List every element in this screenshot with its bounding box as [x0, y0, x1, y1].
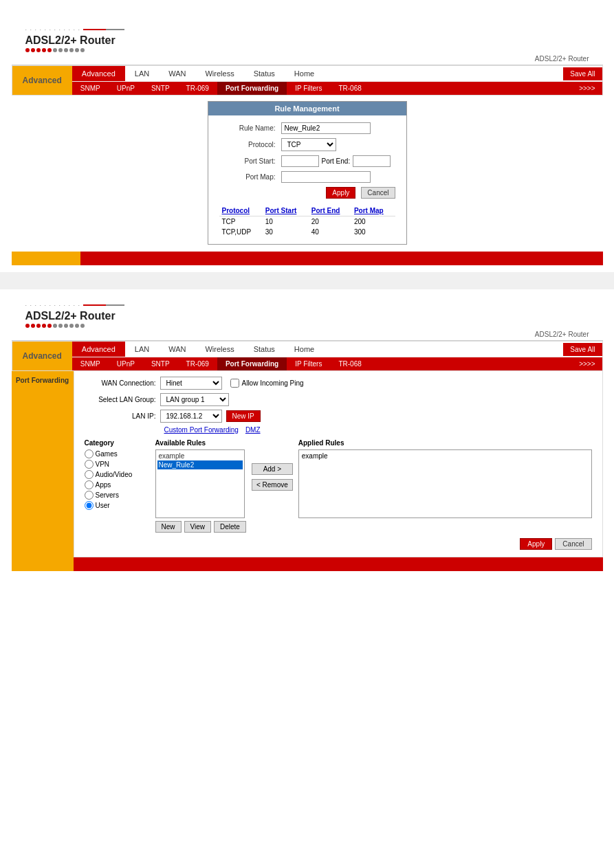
list-item[interactable]: New_Rule2	[157, 460, 243, 469]
nav2-tr068[interactable]: TR-068	[330, 357, 369, 370]
port-start-input[interactable]	[281, 155, 319, 167]
footer-bar-1	[12, 252, 603, 265]
dmz-link[interactable]: DMZ	[245, 426, 261, 434]
nav-bar-1: Advanced Advanced LAN WAN Wireless Statu…	[12, 65, 603, 96]
pf-apply-button[interactable]: Apply	[520, 538, 552, 550]
custom-port-forwarding-link[interactable]: Custom Port Forwarding	[164, 426, 239, 434]
category-servers[interactable]: Servers	[85, 491, 150, 500]
col-port-end: Port End	[309, 205, 351, 216]
advanced-sidebar-tab: Advanced	[12, 66, 72, 95]
lan-ip-select[interactable]: 192.168.1.2	[160, 410, 222, 423]
nav-status[interactable]: Status	[244, 66, 285, 81]
available-rules-section: Available Rules example New_Rule2 New Vi…	[155, 439, 246, 533]
nav2-snmp[interactable]: SNMP	[72, 357, 109, 370]
delete-rule-button[interactable]: Delete	[214, 521, 246, 533]
nav2-ip-filters[interactable]: IP Filters	[287, 357, 330, 370]
category-section: Category Games VPN Audio/Video Apps	[85, 439, 150, 511]
allow-incoming-ping-label: Allow Incoming Ping	[242, 379, 304, 387]
wan-connection-label: WAN Connection:	[85, 379, 160, 387]
nav-tr069-1[interactable]: TR-069	[178, 82, 217, 95]
nav2-wan[interactable]: WAN	[159, 342, 195, 357]
rule-management-box: Rule Management Rule Name: Protocol: TCP…	[208, 101, 407, 245]
nav2-home[interactable]: Home	[285, 342, 324, 357]
nav-snmp-1[interactable]: SNMP	[72, 82, 109, 95]
lan-group-select[interactable]: LAN group 1	[160, 393, 229, 406]
protocol-select[interactable]: TCP UDP TCP,UDP	[281, 138, 336, 151]
port-end-input[interactable]	[353, 155, 391, 167]
category-title: Category	[85, 439, 150, 447]
router-label-1: ADSL2/2+ Router	[12, 55, 603, 65]
add-remove-section: Add > < Remove	[252, 463, 293, 491]
nav-wireless[interactable]: Wireless	[195, 66, 243, 81]
category-apps[interactable]: Apps	[85, 480, 150, 489]
logo-title-2: ADSL2/2+ Router	[25, 310, 589, 322]
nav-lan[interactable]: LAN	[125, 66, 159, 81]
category-audiovideo[interactable]: Audio/Video	[85, 470, 150, 479]
nav-tr068-1[interactable]: TR-068	[330, 82, 369, 95]
nav-sntp-1[interactable]: SNTP	[143, 82, 178, 95]
col-port-map: Port Map	[351, 205, 395, 216]
protocol-label: Protocol:	[219, 141, 281, 148]
save-all-button-1[interactable]: Save All	[563, 67, 602, 80]
router-label-2: ADSL2/2+ Router	[12, 331, 603, 341]
port-map-label: Port Map:	[219, 173, 281, 181]
nav-home[interactable]: Home	[285, 66, 324, 81]
nav2-tr069[interactable]: TR-069	[178, 357, 217, 370]
applied-rules-section: Applied Rules example	[298, 439, 592, 518]
rule-cancel-button[interactable]: Cancel	[361, 187, 395, 199]
rule-mgmt-title: Rule Management	[208, 102, 406, 115]
rule-name-label: Rule Name:	[219, 124, 281, 132]
nav-advanced[interactable]: Advanced	[72, 66, 125, 81]
nav2-advanced[interactable]: Advanced	[72, 342, 125, 357]
add-rule-button[interactable]: Add >	[252, 463, 293, 475]
rule-table: Protocol Port Start Port End Port Map TC…	[219, 205, 395, 237]
lan-ip-label: LAN IP:	[85, 412, 160, 420]
nav-arrows-1[interactable]: >>>>	[572, 82, 602, 95]
new-ip-button[interactable]: New IP	[226, 410, 261, 422]
nav2-status[interactable]: Status	[244, 342, 285, 357]
rule-apply-button[interactable]: Apply	[326, 187, 355, 199]
available-rules-title: Available Rules	[155, 439, 246, 447]
table-row: TCP,UDP 30 40 300	[219, 227, 395, 237]
apply-cancel-row: Apply Cancel	[85, 533, 592, 551]
port-end-label: Port End:	[319, 157, 353, 165]
nav2-wireless[interactable]: Wireless	[195, 342, 243, 357]
logo-title: ADSL2/2+ Router	[25, 34, 589, 47]
category-games[interactable]: Games	[85, 449, 150, 458]
table-row: TCP 10 20 200	[219, 216, 395, 227]
lan-group-label: Select LAN Group:	[85, 396, 160, 403]
allow-incoming-ping-checkbox[interactable]	[230, 379, 239, 388]
nav2-port-forwarding[interactable]: Port Forwarding	[217, 357, 287, 370]
wan-connection-select[interactable]: Hinet	[160, 377, 222, 390]
advanced-sidebar-tab-2: Advanced	[12, 342, 72, 370]
port-start-label: Port Start:	[219, 157, 281, 165]
col-port-start: Port Start	[263, 205, 309, 216]
port-forwarding-sidebar: Port Forwarding	[12, 371, 74, 557]
new-rule-button[interactable]: New	[155, 521, 182, 533]
nav2-upnp[interactable]: UPnP	[109, 357, 143, 370]
nav-bar-2: Advanced Advanced LAN WAN Wireless Statu…	[12, 341, 603, 371]
save-all-button-2[interactable]: Save All	[563, 343, 602, 356]
remove-rule-button[interactable]: < Remove	[252, 479, 293, 491]
pf-cancel-button[interactable]: Cancel	[555, 538, 591, 550]
col-protocol: Protocol	[219, 205, 263, 216]
nav2-sntp[interactable]: SNTP	[143, 357, 178, 370]
nav2-lan[interactable]: LAN	[125, 342, 159, 357]
applied-rules-title: Applied Rules	[298, 439, 592, 447]
view-rule-button[interactable]: View	[184, 521, 212, 533]
category-user[interactable]: User	[85, 501, 150, 510]
rule-name-input[interactable]	[281, 122, 371, 134]
nav2-arrows[interactable]: >>>>	[572, 357, 602, 370]
nav-ip-filters-1[interactable]: IP Filters	[287, 82, 330, 95]
list-item[interactable]: example	[300, 452, 590, 460]
category-vpn[interactable]: VPN	[85, 460, 150, 469]
port-map-input[interactable]	[281, 171, 371, 183]
applied-rules-list: example	[298, 449, 592, 518]
nav-wan[interactable]: WAN	[159, 66, 195, 81]
nav-upnp-1[interactable]: UPnP	[109, 82, 143, 95]
list-item[interactable]: example	[157, 452, 243, 460]
available-rules-list: example New_Rule2	[155, 449, 245, 518]
footer-bar-2	[12, 557, 603, 571]
nav-port-forwarding-1[interactable]: Port Forwarding	[217, 82, 287, 95]
